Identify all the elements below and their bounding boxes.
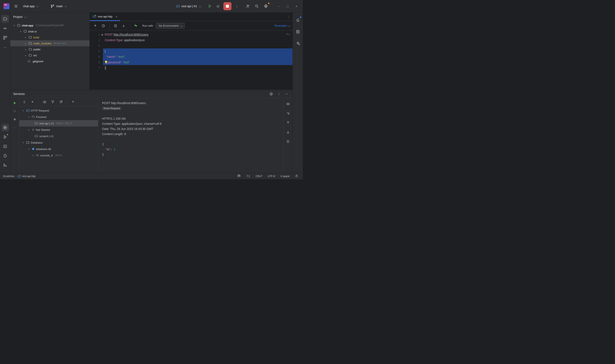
svc-node-request[interactable]: API scratch | #1 (19, 133, 98, 139)
tree-item[interactable]: ▾ chat-ui (10, 28, 90, 34)
minimize-panel-icon[interactable]: — (284, 91, 290, 97)
problems-tool-button[interactable] (1, 152, 9, 160)
settings-icon[interactable] (262, 2, 270, 10)
database-tool-icon[interactable] (294, 28, 302, 36)
code-with-me-icon[interactable] (244, 2, 252, 10)
svg-point-44 (14, 111, 15, 112)
svg-point-67 (239, 176, 240, 176)
maximize-window[interactable]: ▢ (283, 3, 292, 9)
services-tree[interactable]: ▾ API HTTP Request ▾ Finished API (19, 106, 98, 173)
ai-assist-icon[interactable] (294, 39, 302, 47)
svc-node-finished[interactable]: ▾ Finished (19, 114, 98, 120)
svg-point-8 (217, 6, 219, 7)
notifications-icon[interactable] (294, 16, 302, 24)
svg-point-64 (20, 175, 21, 176)
svg-text:API: API (18, 176, 20, 177)
code-area[interactable]: POST http://localhost:8080/users Content… (103, 30, 293, 90)
scroll-up-icon[interactable] (285, 120, 291, 126)
more-tools-icon[interactable]: ⋯ (12, 124, 18, 130)
project-tree[interactable]: ▾ chat-app C:\Users\ryan0\GolandPr ▾ cha… (10, 21, 90, 90)
run-tool-button[interactable] (1, 133, 9, 141)
tree-item[interactable]: ▸ node_modules library root (10, 40, 90, 46)
examples-link[interactable]: *Examples (274, 24, 290, 27)
svc-node-http[interactable]: ▾ API HTTP Request (19, 107, 98, 114)
tab-more-icon[interactable]: ⋮ (285, 13, 293, 21)
terminal-tool-button[interactable] (1, 143, 9, 150)
import-icon[interactable] (121, 23, 127, 29)
target-icon[interactable] (268, 91, 274, 97)
tree-item[interactable]: ▸ src (10, 52, 90, 58)
project-selector[interactable]: chat-app (20, 3, 41, 9)
commit-tool-button[interactable] (1, 25, 9, 32)
history-icon[interactable] (100, 23, 106, 29)
svg-point-39 (271, 93, 272, 94)
scroll-down-icon[interactable] (285, 129, 291, 135)
copilot-icon[interactable] (235, 174, 242, 178)
output-text[interactable]: POST http://localhost:8080/users Show Re… (98, 98, 283, 173)
add-service-icon[interactable]: + (70, 99, 76, 105)
rerun-icon[interactable] (12, 100, 18, 106)
run-button[interactable] (206, 2, 214, 10)
close-tab-icon[interactable]: × (116, 15, 118, 18)
svc-node-database[interactable]: ▾ Database (19, 139, 98, 146)
services-tree-panel: ✕ + (19, 98, 98, 173)
project-panel-header: Project (10, 13, 90, 21)
hamburger-icon[interactable] (12, 2, 20, 10)
svc-node-console[interactable]: ▾ console_4 18 ms (19, 152, 98, 158)
add-request-icon[interactable]: + (92, 23, 98, 29)
more-icon[interactable]: ⋮ (276, 91, 282, 97)
output-toolbar (283, 98, 293, 173)
debug-button[interactable] (214, 2, 222, 10)
stop-icon[interactable] (12, 116, 18, 122)
svg-point-27 (6, 166, 6, 167)
svg-line-30 (28, 61, 30, 62)
branch-selector[interactable]: main (48, 3, 69, 9)
structure-tool-button[interactable] (1, 34, 9, 42)
expand-collapse-icon[interactable] (21, 99, 27, 105)
encoding[interactable]: UTF-8 (266, 175, 277, 178)
svg-rect-22 (4, 145, 7, 148)
editor-body[interactable]: ✓₁ 1▶ 2 3 4 5 6 7 POST http://localhost:… (90, 30, 293, 90)
bulb-icon[interactable]: 💡 (104, 60, 108, 65)
lock-icon[interactable] (294, 174, 300, 178)
show-request-link[interactable]: Show Request (102, 107, 121, 110)
run-all-icon[interactable] (133, 23, 139, 29)
stop-button[interactable] (223, 2, 231, 10)
line-ending[interactable]: CRLF (254, 175, 264, 178)
svc-node-request[interactable]: API rest-api | #1 Status: 200 (7 (19, 120, 98, 127)
editor-tab[interactable]: API rest-api.http × (90, 13, 120, 21)
minimize-window[interactable]: ─ (274, 3, 283, 9)
tree-item[interactable]: .gitignore (10, 58, 90, 64)
run-config-selector[interactable]: API rest-api | #1 (174, 3, 203, 9)
svg-rect-20 (3, 38, 5, 39)
titlebar: chat-app main API rest-api | #1 ⋮ ─ ▢ ✕ (0, 0, 303, 13)
tree-item[interactable]: ▸ public (10, 46, 90, 52)
soft-wrap-icon[interactable] (285, 110, 291, 116)
filter-icon[interactable] (50, 99, 56, 105)
convert-icon[interactable] (113, 23, 119, 29)
tree-item[interactable]: ▸ build (10, 34, 90, 40)
open-in-new-icon[interactable] (58, 99, 64, 105)
project-tool-button[interactable] (1, 15, 9, 23)
debug-icon[interactable] (12, 108, 18, 114)
close-window[interactable]: ✕ (292, 3, 301, 9)
close-all-icon[interactable]: ✕ (29, 99, 35, 105)
cursor-position[interactable]: 7:2 (245, 175, 252, 178)
vcs-tool-button[interactable] (1, 161, 9, 169)
eye-icon[interactable] (42, 99, 48, 105)
search-icon[interactable] (253, 2, 261, 10)
tree-root[interactable]: ▾ chat-app C:\Users\ryan0\GolandPr (10, 22, 90, 28)
more-actions-icon[interactable]: ⋮ (233, 2, 241, 10)
indentation[interactable]: 0 space (279, 175, 291, 178)
svc-node-dbfile[interactable]: ▾ database.db (19, 146, 98, 152)
services-tool-button[interactable] (1, 124, 9, 131)
eye-icon[interactable] (285, 101, 291, 107)
more-tools-icon[interactable]: ⋯ (1, 43, 9, 51)
svg-point-4 (53, 5, 54, 6)
breadcrumb[interactable]: Scratches › API rest-api.http (3, 175, 36, 178)
copy-output-icon[interactable] (285, 139, 291, 144)
svc-node-notstarted[interactable]: ▾ Not Started (19, 127, 98, 133)
chevron-down-icon[interactable] (24, 15, 27, 18)
environment-select[interactable]: No Environment (156, 23, 185, 29)
services-tree-toolbar: ✕ + (19, 98, 98, 106)
